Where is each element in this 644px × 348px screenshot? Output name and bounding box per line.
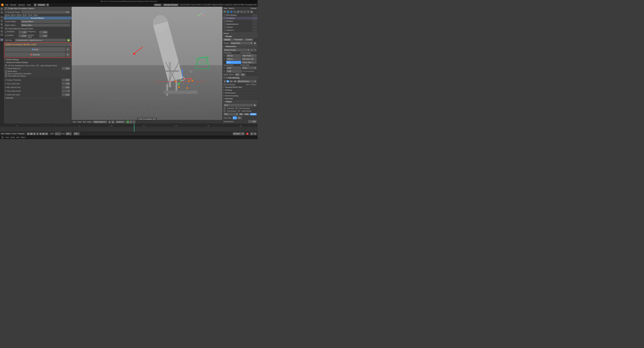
search-label[interactable]: Search (228, 7, 234, 9)
bor-checkbox[interactable] (224, 74, 226, 76)
btn-play-back[interactable]: ◀◀ (30, 132, 32, 135)
lower-strength-checkbox[interactable] (36, 64, 38, 66)
surface-thickness-value[interactable]: 0.00 (62, 78, 70, 81)
tool-bcb[interactable]: BCB (0, 38, 3, 41)
remap-new[interactable]: 100 (241, 73, 246, 76)
engine-selector[interactable]: Blender Render (163, 4, 178, 6)
object-icon-btn[interactable]: ◻ (233, 10, 236, 13)
create-artificial-checkbox[interactable] (5, 28, 7, 30)
timeline-cursor[interactable] (134, 124, 134, 127)
menu-render[interactable]: Render (10, 4, 16, 6)
layout-arrow[interactable]: ▼ (46, 3, 49, 6)
view-label[interactable]: View (224, 7, 228, 9)
display-selector[interactable]: Image Editor ▼ (230, 41, 253, 44)
layer-render-members[interactable] (255, 20, 256, 22)
dimensions-section[interactable]: Dimensions (222, 45, 258, 48)
frame-step-value[interactable]: Frame Step: 1 (242, 61, 257, 64)
sampled-motion-blur-row[interactable]: Sampled Motion Blur (222, 86, 258, 89)
layer-bcb-building[interactable]: ▽ BCB_Building (222, 14, 258, 17)
operator-row[interactable]: Operator (4, 96, 72, 99)
axis-zn-checkbox[interactable] (34, 14, 36, 16)
presets-del-btn[interactable]: - (254, 48, 256, 51)
presets-add-btn[interactable]: + (250, 48, 253, 51)
view-tl-label[interactable]: View (1, 133, 5, 135)
layer-vis-surfaces2[interactable] (252, 29, 254, 31)
menu-window[interactable]: Window (18, 4, 25, 6)
global-btn[interactable]: ● (108, 120, 111, 124)
viewport[interactable]: X Y Z (146) Foundation.025 View Select A… (72, 7, 222, 124)
build-button[interactable]: Build (5, 47, 65, 52)
overwrite-checkbox[interactable] (224, 107, 226, 109)
amplitude-value[interactable]: 1.00 (18, 31, 27, 34)
boundary-range-value[interactable]: 0.10 (22, 10, 70, 13)
aspect-x-value[interactable]: 1.000 (226, 66, 241, 69)
viewport-select-menu[interactable]: Select (77, 121, 82, 123)
select-status[interactable]: Select (10, 136, 15, 138)
layer-vis-foundation[interactable] (252, 17, 254, 19)
render-icon-btn[interactable]: 📷 (223, 10, 226, 13)
grab-tool[interactable]: ↔ (126, 120, 129, 124)
treat-solids-checkbox[interactable] (5, 75, 7, 77)
layer-rigidbody[interactable]: ▽ RigidBodyWorld (222, 23, 258, 26)
build-refresh-btn[interactable]: ↻ (66, 47, 70, 52)
object-status[interactable]: Object (21, 136, 26, 138)
rgb-button[interactable]: RGB (244, 113, 250, 115)
layer-render-bcb[interactable] (255, 14, 256, 16)
tool-grease-pencil[interactable]: GP (0, 33, 3, 36)
tool-physics[interactable]: Ph (0, 30, 3, 33)
rotate-tool[interactable]: ↻ (129, 120, 132, 124)
aa-num-8[interactable]: 8 (226, 80, 229, 82)
con-count-value[interactable]: 100 (62, 82, 70, 85)
btn-jump-end[interactable]: ▶| (45, 132, 48, 135)
layer-members[interactable]: ▽ Members (222, 20, 258, 23)
res-pct-value[interactable]: 50% (226, 61, 241, 64)
groups-label[interactable]: Groups (250, 7, 256, 9)
metadata-row[interactable]: Metadata (222, 97, 258, 100)
tool-create[interactable]: Cr (0, 19, 3, 22)
scene-icon-btn[interactable]: 🌐 (226, 10, 230, 13)
tool-relations[interactable]: Re (0, 23, 3, 26)
btn-record[interactable]: ● (36, 132, 39, 135)
end-frame-value[interactable]: End Fram: 250 (242, 57, 257, 60)
material-icon-btn[interactable]: ● (247, 10, 250, 13)
btn-next-frame[interactable]: ▶▶ (42, 132, 45, 135)
axis-xp-checkbox[interactable] (5, 14, 7, 16)
layout-icon[interactable]: ⊞ (34, 3, 36, 6)
current-frame[interactable]: 146 (74, 132, 80, 135)
axis-snap-checkbox[interactable] (5, 64, 7, 66)
modifier-icon-btn[interactable]: 🔧 (240, 10, 243, 13)
simulate-button[interactable]: Simulate (5, 52, 65, 57)
layer-render-surfaces[interactable] (255, 26, 256, 28)
initial-time-value[interactable]: 0.00 (62, 93, 70, 96)
data-icon-btn[interactable]: △ (243, 10, 246, 13)
compression-value[interactable]: 15% (248, 120, 256, 123)
viewport-view-menu[interactable]: View (72, 121, 76, 123)
display-expand-btn[interactable]: ▶ (254, 41, 256, 44)
vert-align-value[interactable]: 0.00 (62, 67, 70, 70)
sync-selector[interactable]: No Sync▼ (233, 132, 244, 135)
aa-num-16[interactable]: 16 (233, 80, 237, 82)
render-tab-render[interactable]: Render (223, 38, 232, 41)
output-section[interactable]: Output (222, 100, 258, 103)
texture-icon-btn[interactable]: ▦ (250, 10, 253, 13)
aa-num-5[interactable]: 5 (224, 80, 226, 82)
scene-selector[interactable]: Scene (154, 4, 162, 6)
extra-tool-2[interactable]: ◎ (254, 132, 256, 135)
create-foundation-checkbox[interactable] (5, 7, 7, 9)
btn-jump-start[interactable]: |◀ (27, 132, 30, 135)
timeline-track[interactable] (0, 127, 258, 132)
tool-tools[interactable]: To (0, 16, 3, 19)
view-status[interactable]: View (5, 136, 9, 138)
viewport-add-menu[interactable]: Add (83, 121, 86, 123)
format-selector[interactable]: PNG▼ (224, 113, 238, 116)
menu-file[interactable]: File (5, 4, 8, 6)
playback-label[interactable]: Playback (18, 133, 25, 135)
layer-render-foundation[interactable] (255, 17, 256, 19)
extra-tool-1[interactable]: ⊞ (250, 132, 253, 135)
end-value[interactable]: 250 (66, 132, 72, 135)
layer-render-surfaces2[interactable] (255, 29, 256, 31)
advanced-global-settings-row[interactable]: Advanced Global Settings (4, 61, 72, 64)
duration-value[interactable]: 10.00 (18, 34, 27, 37)
layer-vis-members[interactable] (252, 20, 254, 22)
world-icon-btn[interactable]: 🔵 (230, 10, 233, 13)
